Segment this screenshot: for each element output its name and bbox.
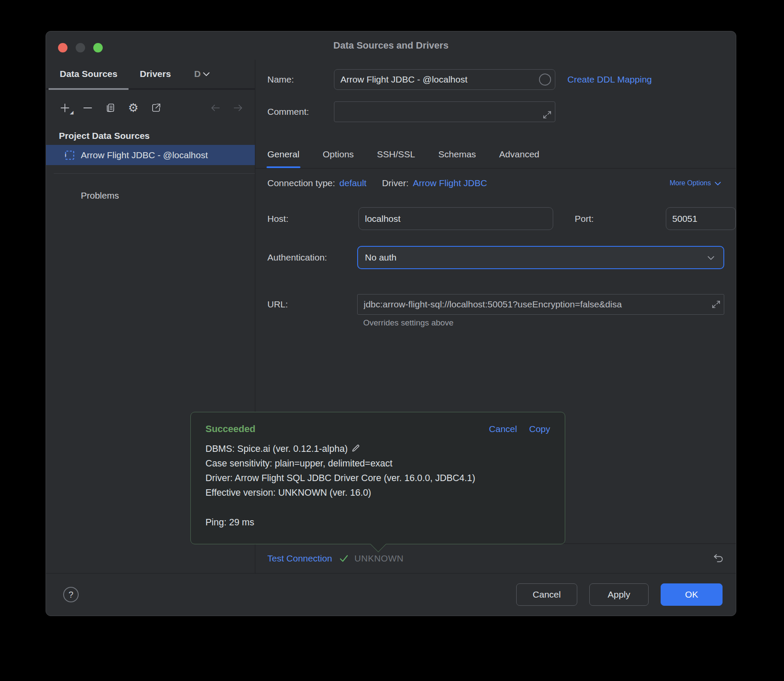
port-field-wrap [666,207,736,230]
sidebar-divider [54,173,255,174]
tab-ssh-ssl[interactable]: SSH/SSL [377,140,415,168]
test-connection-popup: Succeeded Cancel Copy DBMS: Spice.ai (ve… [190,412,565,544]
tab-options[interactable]: Options [323,140,354,168]
add-datasource-button[interactable]: ◢ [59,102,70,114]
gear-icon: ⚙ [128,102,138,114]
settings-button[interactable]: ⚙ [128,102,139,114]
popup-status-text: Succeeded [205,423,255,435]
chevron-down-icon [713,178,723,188]
comment-input[interactable] [334,102,555,122]
host-field-wrap [358,207,553,230]
driver-value-link[interactable]: Arrow Flight JDBC [413,178,487,188]
connection-type-row: Connection type: default Driver: Arrow F… [255,178,736,188]
revert-icon[interactable] [713,552,725,564]
duplicate-button[interactable] [105,102,116,114]
dialog-tabstrip: General Options SSH/SSL Schemas Advanced [255,140,736,169]
tab-drivers[interactable]: Drivers [129,60,182,88]
host-input[interactable] [359,208,553,230]
test-connection-bar: Test Connection UNKNOWN [255,543,736,573]
sidebar-toolbar: ◢ ⚙ [46,90,255,126]
more-options-link[interactable]: More Options [670,178,723,188]
url-input[interactable] [358,294,724,314]
traffic-lights [58,43,103,52]
chevron-down-icon [705,252,717,263]
authentication-row: Authentication: No auth [255,246,736,269]
authentication-value: No auth [365,252,397,263]
driver-label: Driver: [382,178,409,188]
edit-pencil-icon[interactable] [350,443,361,454]
connection-result-text: UNKNOWN [355,553,404,564]
tab-overflow[interactable]: D [182,60,215,88]
project-data-sources-header: Project Data Sources [59,130,255,141]
minimize-window-button[interactable] [76,43,85,52]
url-hint: Overrides settings above [363,318,736,328]
sidebar-tabstrip: Data Sources Drivers D [46,60,255,90]
tab-advanced[interactable]: Advanced [499,140,539,168]
url-row: URL: [255,294,736,315]
titlebar: Data Sources and Drivers [46,31,736,60]
add-dropdown-arrow-icon: ◢ [70,110,74,115]
name-field-wrap [334,69,555,90]
datasource-icon [64,150,75,161]
ok-button[interactable]: OK [661,583,723,606]
data-sources-dialog: Data Sources and Drivers Data Sources Dr… [46,31,736,616]
tab-data-sources[interactable]: Data Sources [49,60,129,88]
host-row: Host: Port: [255,207,736,230]
expand-icon[interactable] [711,299,721,310]
create-ddl-mapping-link[interactable]: Create DDL Mapping [567,74,652,85]
apply-button[interactable]: Apply [589,583,649,606]
chevron-down-icon [201,68,212,80]
popup-line-case: Case sensitivity: plain=upper, delimited… [205,456,550,471]
forward-button[interactable] [233,102,244,114]
remove-datasource-button[interactable] [82,102,93,114]
zoom-window-button[interactable] [93,43,103,52]
connection-type-value-link[interactable]: default [340,178,367,188]
datasource-list-item-selected[interactable]: Arrow Flight JDBC - @localhost [46,145,255,165]
datasource-item-label: Arrow Flight JDBC - @localhost [81,150,208,160]
url-label: URL: [267,299,357,310]
authentication-label: Authentication: [267,252,357,263]
popup-body: DBMS: Spice.ai (ver. 0.12.1-alpha) Case … [205,442,550,530]
comment-row: Comment: [255,101,736,122]
footer: ? Cancel Apply OK [46,573,736,616]
comment-label: Comment: [267,107,334,117]
name-input[interactable] [334,70,555,89]
name-label: Name: [267,74,334,85]
popup-header: Succeeded Cancel Copy [205,423,550,435]
back-button[interactable] [210,102,221,114]
test-connection-link[interactable]: Test Connection [267,553,332,564]
window-title: Data Sources and Drivers [46,31,736,60]
authentication-select[interactable]: No auth [357,246,724,269]
tab-schemas[interactable]: Schemas [438,140,476,168]
help-question-icon: ? [68,590,73,600]
cancel-button[interactable]: Cancel [516,583,577,606]
name-row: Name: Create DDL Mapping [255,69,736,90]
success-check-icon [338,553,349,564]
export-button[interactable] [150,102,162,114]
popup-line-driver: Driver: Arrow Flight SQL JDBC Driver Cor… [205,471,550,485]
port-label: Port: [575,214,666,224]
port-input[interactable] [666,208,735,230]
problems-item[interactable]: Problems [81,190,255,201]
color-picker-circle-icon[interactable] [539,74,551,86]
popup-line-dbms: DBMS: Spice.ai (ver. 0.12.1-alpha) [205,442,550,456]
tab-general[interactable]: General [267,140,300,168]
connection-type-label: Connection type: [267,178,335,188]
comment-field-wrap [334,101,555,122]
help-button[interactable]: ? [63,587,79,602]
close-window-button[interactable] [58,43,67,52]
popup-copy-link[interactable]: Copy [529,424,550,434]
url-field-wrap [357,294,724,315]
popup-line-ping: Ping: 29 ms [205,515,550,530]
popup-cancel-link[interactable]: Cancel [489,424,517,434]
popup-line-version: Effective version: UNKNOWN (ver. 16.0) [205,485,550,500]
expand-icon[interactable] [542,110,552,120]
host-label: Host: [267,214,358,224]
